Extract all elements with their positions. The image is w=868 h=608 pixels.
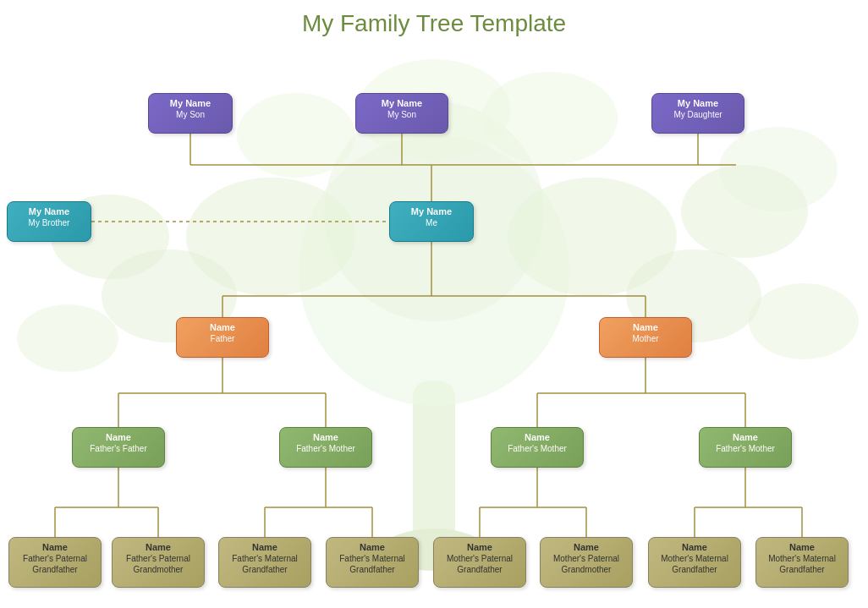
mm-node: Name Father's Mother: [699, 427, 792, 468]
gg2-label: Father's Paternal Grandmother: [118, 553, 199, 575]
page-title: My Family Tree Template: [0, 0, 868, 37]
gg6-node: Name Mother's Paternal Grandmother: [540, 537, 633, 588]
mother-label: Mother: [605, 333, 686, 344]
gg7-name: Name: [654, 541, 735, 553]
mf-node: Name Father's Mother: [491, 427, 584, 468]
gg8-name: Name: [761, 541, 843, 553]
daughter-label: My Daughter: [657, 109, 739, 120]
gg5-node: Name Mother's Paternal Grandfather: [433, 537, 526, 588]
father-label: Father: [182, 333, 263, 344]
gg5-label: Mother's Paternal Grandfather: [439, 553, 520, 575]
fm-label: Father's Mother: [285, 443, 366, 454]
mother-node: Name Mother: [599, 317, 692, 358]
ff-node: Name Father's Father: [72, 427, 165, 468]
gg8-label: Mother's Maternal Grandfather: [761, 553, 843, 575]
gg1-node: Name Father's Paternal Grandfather: [8, 537, 102, 588]
me-name: My Name: [395, 205, 468, 217]
fm-name: Name: [285, 431, 366, 443]
daughter-name: My Name: [657, 97, 739, 109]
me-label: Me: [395, 217, 468, 228]
mf-name: Name: [497, 431, 578, 443]
father-name: Name: [182, 321, 263, 333]
son1-name: My Name: [154, 97, 227, 109]
mm-label: Father's Mother: [705, 443, 786, 454]
gg6-label: Mother's Paternal Grandmother: [546, 553, 627, 575]
fm-node: Name Father's Mother: [279, 427, 372, 468]
gg4-name: Name: [332, 541, 413, 553]
gg1-label: Father's Paternal Grandfather: [14, 553, 96, 575]
ff-label: Father's Father: [78, 443, 159, 454]
gg1-name: Name: [14, 541, 96, 553]
brother-node: My Name My Brother: [7, 201, 91, 242]
gg8-node: Name Mother's Maternal Grandfather: [755, 537, 849, 588]
son1-label: My Son: [154, 109, 227, 120]
father-node: Name Father: [176, 317, 269, 358]
mf-label: Father's Mother: [497, 443, 578, 454]
gg2-node: Name Father's Paternal Grandmother: [112, 537, 205, 588]
gg3-name: Name: [224, 541, 305, 553]
ff-name: Name: [78, 431, 159, 443]
son2-label: My Son: [361, 109, 442, 120]
son2-node: My Name My Son: [355, 93, 448, 134]
gg5-name: Name: [439, 541, 520, 553]
son2-name: My Name: [361, 97, 442, 109]
gg3-label: Father's Maternal Grandfather: [224, 553, 305, 575]
son1-node: My Name My Son: [148, 93, 233, 134]
gg7-label: Mother's Maternal Grandfather: [654, 553, 735, 575]
gg7-node: Name Mother's Maternal Grandfather: [648, 537, 741, 588]
gg3-node: Name Father's Maternal Grandfather: [218, 537, 311, 588]
mm-name: Name: [705, 431, 786, 443]
brother-name: My Name: [13, 205, 85, 217]
mother-name: Name: [605, 321, 686, 333]
daughter-node: My Name My Daughter: [651, 93, 744, 134]
me-node: My Name Me: [389, 201, 474, 242]
gg6-name: Name: [546, 541, 627, 553]
brother-label: My Brother: [13, 217, 85, 228]
gg4-label: Father's Maternal Grandfather: [332, 553, 413, 575]
gg2-name: Name: [118, 541, 199, 553]
gg4-node: Name Father's Maternal Grandfather: [326, 537, 419, 588]
